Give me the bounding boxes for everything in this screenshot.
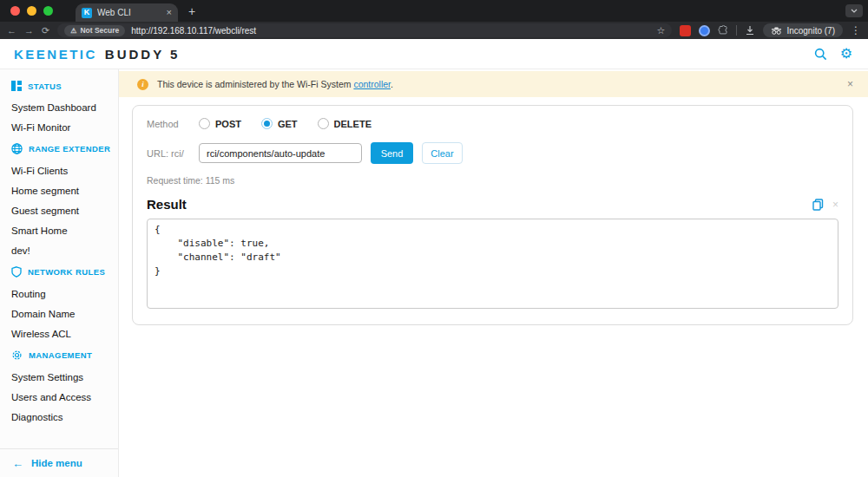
sidebar-item-dev[interactable]: dev! (0, 240, 118, 260)
browser-toolbar: ← → ⟳ ⚠ Not Secure http://192.168.10.117… (0, 22, 868, 39)
sidebar-item-routing[interactable]: Routing (0, 284, 118, 304)
reload-icon[interactable]: ⟳ (42, 26, 49, 36)
banner-close-icon[interactable]: × (847, 79, 853, 89)
clear-button[interactable]: Clear (422, 142, 463, 164)
search-icon[interactable] (814, 48, 827, 61)
send-button[interactable]: Send (371, 142, 413, 164)
device-model-label: BUDDY 5 (105, 47, 181, 62)
shield-icon (11, 266, 22, 278)
result-header: Result × (147, 197, 838, 212)
arrow-left-icon: ← (12, 457, 23, 470)
copy-icon[interactable] (812, 199, 824, 211)
window-controls (0, 0, 63, 22)
info-icon: i (137, 79, 148, 90)
notification-banner: i This device is administered by the Wi-… (119, 71, 868, 97)
warning-icon: ⚠ (70, 27, 76, 35)
keenetic-logo: KEENETIC (14, 47, 97, 62)
sidebar-section-status: STATUS (0, 75, 118, 97)
result-close-icon[interactable]: × (832, 199, 838, 210)
section-label: MANAGEMENT (29, 350, 92, 360)
browser-tab[interactable]: K Web CLI × (76, 3, 178, 22)
controller-link[interactable]: controller (353, 79, 391, 89)
radio-circle (261, 118, 273, 129)
incognito-label: Incognito (7) (786, 26, 835, 36)
radio-post[interactable]: POST (199, 118, 241, 129)
new-tab-button[interactable]: + (188, 4, 195, 18)
sidebar-item-guest-segment[interactable]: Guest segment (0, 200, 118, 220)
sidebar-section-management: MANAGEMENT (0, 343, 118, 367)
hide-menu-button[interactable]: ← Hide menu (0, 448, 118, 477)
address-bar[interactable]: ⚠ Not Secure http://192.168.10.117/webcl… (57, 23, 672, 37)
extension-icon-blue[interactable] (699, 25, 710, 36)
radio-label: POST (215, 119, 241, 129)
keenetic-favicon-icon: K (82, 8, 92, 18)
radio-circle (318, 118, 329, 129)
sidebar-item-wifi-clients[interactable]: Wi-Fi Clients (0, 160, 118, 180)
radio-get[interactable]: GET (261, 118, 298, 129)
not-secure-chip[interactable]: ⚠ Not Secure (64, 25, 125, 36)
method-label: Method (147, 119, 188, 129)
radio-label: GET (278, 119, 298, 129)
tab-search-button[interactable] (845, 4, 863, 17)
sidebar-item-home-segment[interactable]: Home segment (0, 180, 118, 200)
extensions-puzzle-icon[interactable] (718, 25, 728, 36)
incognito-icon (771, 27, 782, 35)
sidebar-item-domain-name[interactable]: Domain Name (0, 304, 118, 323)
radio-delete[interactable]: DELETE (318, 118, 372, 129)
bookmark-star-icon[interactable]: ☆ (657, 26, 666, 36)
chevron-down-icon (851, 9, 858, 13)
browser-menu-icon[interactable]: ⋮ (851, 25, 861, 36)
url-row: URL: rci/ Send Clear (147, 142, 838, 164)
url-input[interactable] (199, 143, 362, 163)
url-label: URL: rci/ (147, 148, 188, 159)
request-time-label: Request time: 115 ms (147, 175, 838, 186)
globe-icon (11, 143, 23, 154)
sidebar: STATUS System Dashboard Wi-Fi Monitor RA… (0, 69, 119, 477)
url-text: http://192.168.10.117/webcli/rest (131, 26, 256, 36)
main-content: i This device is administered by the Wi-… (119, 69, 868, 477)
forward-icon[interactable]: → (24, 26, 34, 36)
radio-label: DELETE (334, 119, 372, 129)
method-row: Method POST GET DELETE (147, 118, 838, 129)
sidebar-item-wireless-acl[interactable]: Wireless ACL (0, 323, 118, 343)
sidebar-item-users-and-access[interactable]: Users and Access (0, 387, 118, 407)
toolbar-divider (736, 25, 737, 36)
section-label: NETWORK RULES (28, 267, 105, 277)
extension-icon-red[interactable] (680, 25, 691, 36)
hide-menu-label: Hide menu (31, 458, 82, 468)
result-output: { "disable": true, "channel": "draft" } (147, 219, 838, 309)
tab-close-icon[interactable]: × (167, 8, 172, 17)
not-secure-label: Not Secure (80, 26, 119, 35)
tab-title: Web CLI (97, 8, 161, 17)
window-minimize-button[interactable] (27, 6, 36, 16)
back-icon[interactable]: ← (7, 26, 16, 36)
result-title: Result (147, 197, 187, 212)
sidebar-item-system-settings[interactable]: System Settings (0, 367, 118, 387)
banner-text: This device is administered by the Wi-Fi… (157, 79, 393, 89)
section-label: RANGE EXTENDER (29, 144, 110, 154)
webcli-card: Method POST GET DELETE (132, 105, 853, 325)
sidebar-item-wifi-monitor[interactable]: Wi-Fi Monitor (0, 117, 118, 137)
window-zoom-button[interactable] (43, 6, 53, 16)
sidebar-section-network-rules: NETWORK RULES (0, 260, 118, 284)
app-header: KEENETIC BUDDY 5 ⚙ (0, 39, 868, 69)
radio-circle (199, 118, 210, 129)
incognito-badge: Incognito (7) (763, 23, 843, 37)
sidebar-item-diagnostics[interactable]: Diagnostics (0, 407, 118, 427)
sidebar-section-range-extender: RANGE EXTENDER (0, 137, 118, 160)
browser-tab-strip: K Web CLI × + (0, 0, 868, 22)
settings-gear-icon[interactable]: ⚙ (840, 47, 852, 61)
gear-icon (11, 350, 23, 361)
sidebar-item-system-dashboard[interactable]: System Dashboard (0, 97, 118, 117)
sidebar-item-smart-home[interactable]: Smart Home (0, 220, 118, 240)
section-label: STATUS (28, 82, 62, 91)
dashboard-icon (11, 81, 22, 91)
downloads-icon[interactable] (745, 25, 755, 36)
window-close-button[interactable] (10, 6, 20, 16)
